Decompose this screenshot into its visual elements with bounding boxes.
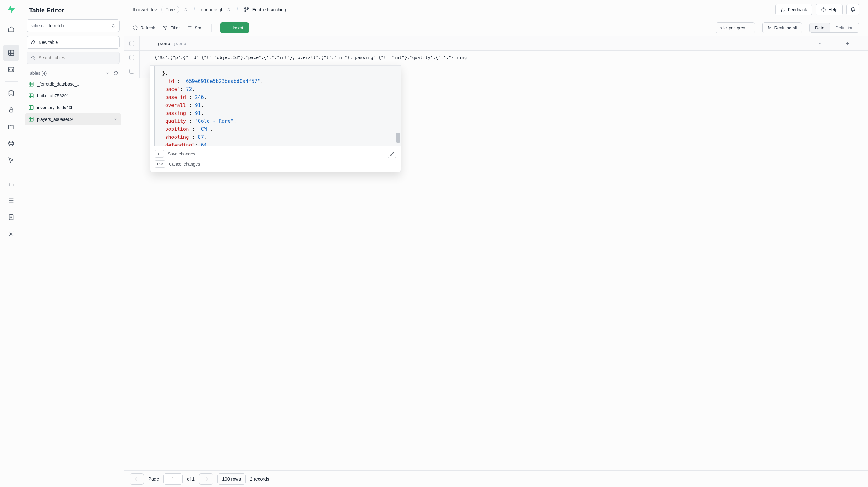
esc-key-hint: Esc bbox=[155, 160, 165, 168]
search-input[interactable] bbox=[39, 55, 116, 60]
new-table-button[interactable]: New table bbox=[27, 36, 120, 49]
next-page-button[interactable] bbox=[199, 474, 213, 485]
database-icon[interactable] bbox=[3, 85, 19, 101]
chevron-down-icon[interactable] bbox=[113, 117, 118, 121]
refresh-button[interactable]: Refresh bbox=[133, 25, 155, 30]
reports-icon[interactable] bbox=[3, 176, 19, 192]
svg-point-18 bbox=[10, 233, 12, 235]
save-changes-label[interactable]: Save changes bbox=[168, 151, 195, 156]
table-icon bbox=[28, 81, 34, 87]
cell-value[interactable]: {"$s":{"p":{"_id":{"t":"objectId"},"pace… bbox=[150, 51, 827, 64]
definition-tab[interactable]: Definition bbox=[830, 23, 859, 32]
cancel-changes-label[interactable]: Cancel changes bbox=[169, 162, 200, 166]
row-checkbox[interactable] bbox=[124, 51, 140, 64]
table-icon bbox=[28, 93, 34, 98]
svg-point-45 bbox=[824, 10, 824, 11]
api-docs-icon[interactable] bbox=[3, 209, 19, 225]
svg-point-19 bbox=[32, 56, 34, 59]
scrollbar-thumb[interactable] bbox=[396, 133, 400, 143]
svg-line-20 bbox=[34, 59, 35, 60]
filter-button[interactable]: Filter bbox=[163, 25, 180, 30]
select-all-checkbox[interactable] bbox=[124, 36, 140, 50]
table-editor-icon[interactable] bbox=[3, 45, 19, 61]
sort-button[interactable]: Sort bbox=[187, 25, 203, 30]
svg-rect-21 bbox=[29, 82, 33, 86]
json-editor-popover: },"_id": "659e6910e5b23baabd0a4f57","pac… bbox=[150, 65, 401, 173]
prev-page-button[interactable] bbox=[130, 474, 144, 485]
edit-icon bbox=[31, 40, 35, 45]
svg-point-9 bbox=[8, 142, 13, 144]
help-icon bbox=[821, 7, 826, 12]
svg-point-6 bbox=[9, 91, 13, 92]
tables-count: Tables (4) bbox=[28, 71, 46, 76]
feedback-button[interactable]: Feedback bbox=[775, 4, 812, 16]
add-column-button[interactable]: + bbox=[827, 36, 868, 50]
rows-per-page[interactable]: 100 rows bbox=[217, 474, 246, 485]
table-row[interactable]: {"$s":{"p":{"_id":{"t":"objectId"},"pace… bbox=[124, 51, 868, 64]
svg-point-43 bbox=[244, 10, 246, 11]
svg-point-41 bbox=[244, 7, 246, 9]
svg-rect-36 bbox=[29, 117, 33, 121]
schema-value: ferretdb bbox=[49, 23, 64, 28]
settings-icon[interactable] bbox=[3, 226, 19, 242]
home-icon[interactable] bbox=[3, 21, 19, 37]
branch-icon bbox=[244, 7, 249, 12]
svg-line-51 bbox=[391, 154, 392, 155]
enable-branching-button[interactable]: Enable branching bbox=[244, 7, 286, 12]
sidebar-table-item[interactable]: _ferretdb_database_... bbox=[25, 78, 121, 90]
insert-button[interactable]: Insert bbox=[220, 22, 249, 33]
breadcrumb-bar: thorwebdev Free / nononosql / Enable bra… bbox=[124, 0, 868, 19]
storage-icon[interactable] bbox=[3, 119, 19, 135]
sidebar-table-item[interactable]: haiku_ab756201 bbox=[25, 90, 121, 102]
expand-icon[interactable] bbox=[388, 150, 396, 158]
realtime-toggle[interactable]: Realtime off bbox=[762, 22, 802, 33]
page-total: of 1 bbox=[187, 476, 195, 481]
realtime-icon[interactable] bbox=[3, 152, 19, 168]
edge-functions-icon[interactable] bbox=[3, 135, 19, 151]
svg-point-8 bbox=[8, 141, 13, 146]
column-header-jsonb[interactable]: _jsonb jsonb bbox=[150, 36, 827, 50]
auth-icon[interactable] bbox=[3, 102, 19, 118]
new-table-label: New table bbox=[39, 40, 58, 45]
svg-rect-31 bbox=[29, 105, 33, 110]
main: thorwebdev Free / nononosql / Enable bra… bbox=[124, 0, 868, 487]
column-header-row: _jsonb jsonb + bbox=[124, 36, 868, 51]
chevron-down-icon[interactable] bbox=[818, 41, 823, 46]
branching-label: Enable branching bbox=[252, 7, 286, 12]
schema-label: schema bbox=[31, 23, 46, 28]
json-code[interactable]: },"_id": "659e6910e5b23baabd0a4f57","pac… bbox=[154, 65, 401, 146]
logs-icon[interactable] bbox=[3, 192, 19, 209]
org-name[interactable]: thorwebdev bbox=[133, 7, 157, 12]
table-icon bbox=[28, 105, 34, 110]
sidebar-table-item[interactable]: players_a90eae09 bbox=[25, 113, 121, 125]
sql-editor-icon[interactable] bbox=[3, 61, 19, 78]
chevron-down-icon[interactable] bbox=[105, 71, 110, 75]
table-toolbar: Refresh Filter Sort Insert role postgres bbox=[124, 19, 868, 36]
chevron-updown-icon bbox=[111, 23, 116, 28]
supabase-logo[interactable] bbox=[6, 4, 17, 15]
notifications-button[interactable] bbox=[846, 4, 859, 16]
sidebar-table-item[interactable]: inventory_fcfdc43f bbox=[25, 102, 121, 113]
help-button[interactable]: Help bbox=[816, 4, 843, 16]
svg-point-42 bbox=[247, 7, 248, 9]
project-switcher-icon[interactable] bbox=[226, 7, 231, 12]
status-bar: Page of 1 100 rows 2 records bbox=[124, 470, 868, 487]
data-tab[interactable]: Data bbox=[809, 23, 830, 33]
table-name: players_a90eae09 bbox=[37, 117, 72, 122]
svg-rect-0 bbox=[8, 50, 13, 56]
refresh-icon[interactable] bbox=[113, 71, 118, 76]
svg-marker-46 bbox=[163, 26, 167, 30]
chat-icon bbox=[781, 7, 785, 12]
row-checkbox[interactable] bbox=[124, 64, 140, 78]
bell-icon bbox=[850, 7, 856, 12]
search-tables[interactable] bbox=[27, 52, 120, 64]
plan-badge: Free bbox=[161, 6, 180, 13]
schema-selector[interactable]: schema ferretdb bbox=[27, 20, 120, 32]
page-input[interactable] bbox=[163, 474, 183, 485]
role-selector[interactable]: role postgres bbox=[716, 22, 755, 33]
chevron-down-icon bbox=[747, 26, 751, 30]
table-name: haiku_ab756201 bbox=[37, 93, 69, 98]
org-switcher-icon[interactable] bbox=[184, 7, 188, 12]
project-name[interactable]: nononosql bbox=[201, 7, 222, 12]
table-name: _ferretdb_database_... bbox=[37, 82, 81, 87]
